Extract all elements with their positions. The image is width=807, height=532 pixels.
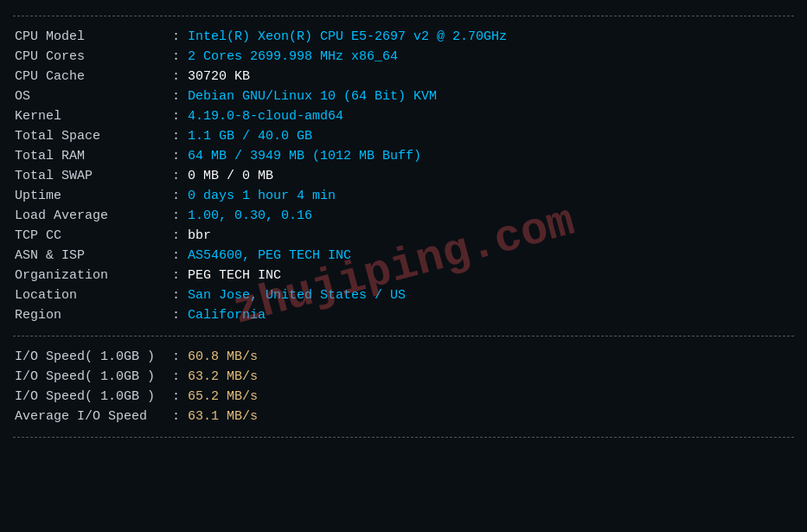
- row-label: Organization: [13, 266, 169, 285]
- row-colon: :: [169, 67, 186, 87]
- row-label: Uptime: [13, 186, 169, 206]
- row-colon: :: [169, 246, 186, 266]
- row-colon: :: [169, 166, 186, 186]
- table-row: Total Space : 1.1 GB / 40.0 GB: [13, 126, 794, 146]
- row-colon: :: [169, 106, 186, 126]
- row-label: OS: [13, 87, 169, 106]
- row-colon: :: [169, 367, 186, 387]
- table-row: I/O Speed( 1.0GB ) : 65.2 MB/s: [13, 387, 794, 407]
- row-value: California: [186, 305, 794, 325]
- main-container: zhujiping.com CPU Model : Intel(R) Xeon(…: [0, 0, 807, 532]
- row-colon: :: [169, 87, 186, 106]
- row-value: 2 Cores 2699.998 MHz x86_64: [186, 47, 794, 67]
- row-value: bbr: [186, 226, 794, 246]
- table-row: Total SWAP : 0 MB / 0 MB: [13, 166, 794, 186]
- row-value: 60.8 MB/s: [186, 347, 794, 367]
- row-value: AS54600, PEG TECH INC: [186, 246, 794, 266]
- row-label: I/O Speed( 1.0GB ): [13, 387, 169, 407]
- row-value: 63.1 MB/s: [186, 407, 794, 426]
- table-row: Total RAM : 64 MB / 3949 MB (1012 MB Buf…: [13, 146, 794, 166]
- table-row: Organization : PEG TECH INC: [13, 266, 794, 285]
- table-row: Uptime : 0 days 1 hour 4 min: [13, 186, 794, 206]
- row-value: 64 MB / 3949 MB (1012 MB Buff): [186, 146, 794, 166]
- row-value: 1.00, 0.30, 0.16: [186, 206, 794, 226]
- row-value: 0 MB / 0 MB: [186, 166, 794, 186]
- row-colon: :: [169, 226, 186, 246]
- row-label: Average I/O Speed: [13, 407, 169, 426]
- table-row: CPU Cores : 2 Cores 2699.998 MHz x86_64: [13, 47, 794, 67]
- table-row: Load Average : 1.00, 0.30, 0.16: [13, 206, 794, 226]
- row-colon: :: [169, 206, 186, 226]
- table-row: I/O Speed( 1.0GB ) : 63.2 MB/s: [13, 367, 794, 387]
- row-label: TCP CC: [13, 226, 169, 246]
- table-row: Kernel : 4.19.0-8-cloud-amd64: [13, 106, 794, 126]
- row-label: Total Space: [13, 126, 169, 146]
- row-value: 4.19.0-8-cloud-amd64: [186, 106, 794, 126]
- table-row: CPU Model : Intel(R) Xeon(R) CPU E5-2697…: [13, 27, 794, 47]
- row-colon: :: [169, 347, 186, 367]
- row-colon: :: [169, 407, 186, 426]
- row-colon: :: [169, 47, 186, 67]
- row-value: Debian GNU/Linux 10 (64 Bit) KVM: [186, 87, 794, 106]
- row-colon: :: [169, 126, 186, 146]
- system-info-table: CPU Model : Intel(R) Xeon(R) CPU E5-2697…: [13, 27, 794, 325]
- row-label: Region: [13, 305, 169, 325]
- row-label: Total SWAP: [13, 166, 169, 186]
- row-label: Kernel: [13, 106, 169, 126]
- top-divider: [13, 16, 794, 16]
- table-row: TCP CC : bbr: [13, 226, 794, 246]
- row-colon: :: [169, 285, 186, 305]
- row-colon: :: [169, 27, 186, 47]
- row-value: 63.2 MB/s: [186, 367, 794, 387]
- row-value: 1.1 GB / 40.0 GB: [186, 126, 794, 146]
- row-label: I/O Speed( 1.0GB ): [13, 367, 169, 387]
- table-row: OS : Debian GNU/Linux 10 (64 Bit) KVM: [13, 87, 794, 106]
- system-info-section: CPU Model : Intel(R) Xeon(R) CPU E5-2697…: [13, 23, 794, 329]
- table-row: Average I/O Speed : 63.1 MB/s: [13, 407, 794, 426]
- row-label: Location: [13, 285, 169, 305]
- row-colon: :: [169, 305, 186, 325]
- bottom-divider: [13, 437, 794, 438]
- table-row: Region : California: [13, 305, 794, 325]
- row-colon: :: [169, 266, 186, 285]
- middle-divider: [13, 336, 794, 337]
- table-row: ASN & ISP : AS54600, PEG TECH INC: [13, 246, 794, 266]
- row-label: I/O Speed( 1.0GB ): [13, 347, 169, 367]
- io-info-table: I/O Speed( 1.0GB ) : 60.8 MB/s I/O Speed…: [13, 347, 794, 426]
- row-label: Load Average: [13, 206, 169, 226]
- table-row: CPU Cache : 30720 KB: [13, 67, 794, 87]
- table-row: I/O Speed( 1.0GB ) : 60.8 MB/s: [13, 347, 794, 367]
- row-label: CPU Cores: [13, 47, 169, 67]
- io-speed-section: I/O Speed( 1.0GB ) : 60.8 MB/s I/O Speed…: [13, 343, 794, 430]
- row-colon: :: [169, 186, 186, 206]
- row-label: Total RAM: [13, 146, 169, 166]
- row-colon: :: [169, 146, 186, 166]
- row-label: CPU Model: [13, 27, 169, 47]
- row-value: PEG TECH INC: [186, 266, 794, 285]
- row-value: San Jose, United States / US: [186, 285, 794, 305]
- table-row: Location : San Jose, United States / US: [13, 285, 794, 305]
- row-value: 0 days 1 hour 4 min: [186, 186, 794, 206]
- row-label: CPU Cache: [13, 67, 169, 87]
- row-value: 30720 KB: [186, 67, 794, 87]
- row-value: Intel(R) Xeon(R) CPU E5-2697 v2 @ 2.70GH…: [186, 27, 794, 47]
- row-label: ASN & ISP: [13, 246, 169, 266]
- row-value: 65.2 MB/s: [186, 387, 794, 407]
- row-colon: :: [169, 387, 186, 407]
